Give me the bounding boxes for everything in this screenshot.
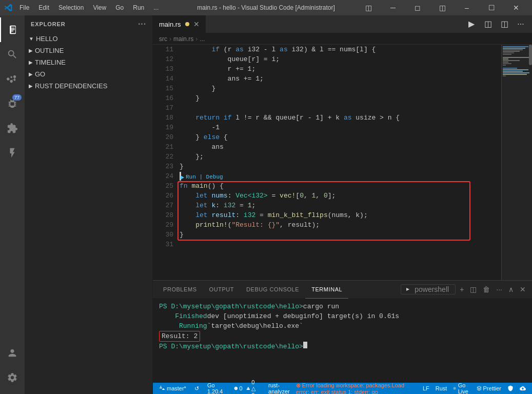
expand-icon: ▶: [29, 83, 33, 89]
svg-point-3: [455, 388, 456, 389]
status-errors[interactable]: 0 0 △ 0: [232, 379, 262, 395]
minimap-slider[interactable]: [529, 45, 532, 65]
menu-bar[interactable]: File Edit Selection View Go Run ...: [15, 3, 163, 12]
panel-tabs: PROBLEMS OUTPUT DEBUG CONSOLE TERMINAL p…: [153, 281, 532, 299]
sidebar-more-button[interactable]: ···: [138, 19, 146, 29]
code-line-11: if (r as i32 - l as i32) & l == nums[l] …: [180, 45, 501, 54]
tab-label: main.rs: [159, 21, 181, 28]
terminal-indent-2: [159, 311, 175, 321]
shell-label: powershell: [401, 284, 456, 294]
menu-view[interactable]: View: [89, 3, 110, 12]
split-terminal-button[interactable]: ◫: [468, 284, 479, 294]
code-line-26: let nums: Vec<i32> = vec![0, 1, 0];: [180, 191, 501, 201]
layout-icon[interactable]: ◫: [357, 0, 380, 15]
status-go-live[interactable]: Go Live: [451, 382, 472, 394]
svg-marker-1: [406, 288, 409, 291]
window-close-button[interactable]: ✕: [504, 0, 528, 15]
terminal-line-2: Finished dev [unoptimized + debuginfo] t…: [159, 311, 526, 321]
tab-problems[interactable]: PROBLEMS: [157, 281, 203, 299]
modified-indicator: [185, 22, 189, 26]
menu-run[interactable]: Run: [129, 3, 148, 12]
activity-settings[interactable]: [0, 365, 25, 390]
status-prettier[interactable]: Prettier: [475, 385, 503, 391]
activity-explorer[interactable]: [0, 17, 25, 42]
terminal-command-1: cargo run: [303, 302, 339, 311]
menu-selection[interactable]: Selection: [54, 3, 88, 12]
code-line-15: }: [180, 84, 501, 93]
minimap: [501, 45, 532, 280]
window-title: main.rs - hello - Visual Studio Code [Ad…: [197, 4, 335, 11]
activity-run-debug[interactable]: 77: [0, 91, 25, 116]
run-button[interactable]: ▶: [464, 17, 479, 31]
status-go-version[interactable]: Go 1.20.4: [205, 382, 228, 394]
tab-debug-console[interactable]: DEBUG CONSOLE: [240, 281, 305, 299]
tab-terminal[interactable]: TERMINAL: [305, 281, 348, 299]
editor-layout-button[interactable]: ◫: [497, 17, 511, 31]
tab-main-rs[interactable]: main.rs ✕: [153, 15, 206, 33]
sidebar-item-outline[interactable]: ▶ OUTLINE: [25, 45, 152, 56]
activity-accounts[interactable]: [0, 341, 25, 365]
error-count: 0: [239, 385, 242, 391]
shell-name: powershell: [412, 284, 451, 294]
status-sync[interactable]: ↺: [192, 385, 201, 392]
minimize-icon[interactable]: ─: [381, 0, 405, 15]
terminal-prompt-1: PS D:\mysetup\gopath\rustcode\hello>: [159, 302, 303, 311]
window-restore-button[interactable]: ☐: [480, 0, 503, 15]
more-terminal-button[interactable]: ···: [494, 284, 504, 294]
status-language[interactable]: Rust: [434, 385, 449, 391]
more-actions-button[interactable]: ···: [514, 17, 528, 31]
terminal-line-3: Running `target\debug\hello.exe`: [159, 321, 526, 331]
branch-name: master*: [167, 385, 186, 391]
terminal-prompt-5: PS D:\mysetup\gopath\rustcode\hello>: [159, 342, 303, 351]
breadcrumb-symbol[interactable]: ...: [200, 35, 205, 43]
maximize-panel-button[interactable]: ∧: [506, 284, 516, 294]
code-line-22: };: [180, 152, 501, 162]
status-rust-analyzer[interactable]: rust-analyzer: [266, 382, 292, 394]
expand-icon: ▶: [29, 71, 33, 77]
add-terminal-button[interactable]: +: [458, 284, 466, 294]
split-icon[interactable]: ◫: [430, 0, 454, 15]
terminal-running: Running: [179, 321, 207, 331]
sidebar-item-rust-dependencies[interactable]: ▶ RUST DEPENDENCIES: [25, 80, 152, 92]
sidebar-item-go[interactable]: ▶ GO: [25, 68, 152, 80]
activity-extensions[interactable]: [0, 116, 25, 141]
code-line-23: }: [180, 162, 501, 171]
go-live-label: Go Live: [458, 382, 470, 394]
breadcrumb-sep1: ›: [169, 35, 171, 43]
code-editor[interactable]: 11 12 13 14 15 16 17 18 19 20 21 22 23 2…: [153, 45, 532, 280]
terminal-line-4: Result: 2: [159, 331, 526, 342]
split-editor-button[interactable]: ◫: [481, 17, 495, 31]
menu-go[interactable]: Go: [111, 3, 128, 12]
tab-close-button[interactable]: ✕: [193, 20, 200, 28]
code-line-30: }: [180, 230, 501, 240]
code-line-16: }: [180, 93, 501, 103]
menu-edit[interactable]: Edit: [34, 3, 53, 12]
status-icon-2[interactable]: [518, 385, 528, 391]
window-controls[interactable]: ◫ ─ ◻ ◫ – ☐ ✕: [357, 0, 528, 15]
status-error-msg[interactable]: ⊗ Error loading workspace: packages.Load…: [294, 382, 419, 395]
status-right: rust-analyzer ⊗ Error loading workspace:…: [266, 382, 528, 395]
window-minimize-button[interactable]: –: [455, 0, 479, 15]
run-debug-link[interactable]: Run | Debug: [180, 172, 223, 182]
kill-terminal-button[interactable]: 🗑: [481, 284, 492, 294]
terminal-content[interactable]: PS D:\mysetup\gopath\rustcode\hello> car…: [153, 299, 532, 383]
status-icon-1[interactable]: [505, 385, 516, 391]
breadcrumb-file[interactable]: main.rs: [173, 35, 193, 43]
status-lf[interactable]: LF: [421, 385, 431, 391]
menu-file[interactable]: File: [15, 3, 33, 12]
sidebar-label-hello: HELLO: [36, 35, 58, 43]
status-branch[interactable]: master*: [157, 385, 188, 391]
activity-test[interactable]: [0, 141, 25, 165]
sidebar-item-hello[interactable]: ▼ HELLO: [25, 33, 152, 45]
restore-icon[interactable]: ◻: [406, 0, 429, 15]
terminal-line-5: PS D:\mysetup\gopath\rustcode\hello>: [159, 342, 526, 351]
code-line-24: [180, 171, 501, 181]
sidebar-item-timeline[interactable]: ▶ TIMELINE: [25, 56, 152, 68]
activity-source-control[interactable]: [0, 67, 25, 91]
tab-output[interactable]: OUTPUT: [203, 281, 241, 299]
prettier-label: Prettier: [483, 385, 501, 391]
breadcrumb-src[interactable]: src: [159, 35, 167, 43]
close-panel-button[interactable]: ✕: [518, 284, 528, 294]
menu-more[interactable]: ...: [149, 3, 163, 12]
activity-search[interactable]: [0, 42, 25, 67]
